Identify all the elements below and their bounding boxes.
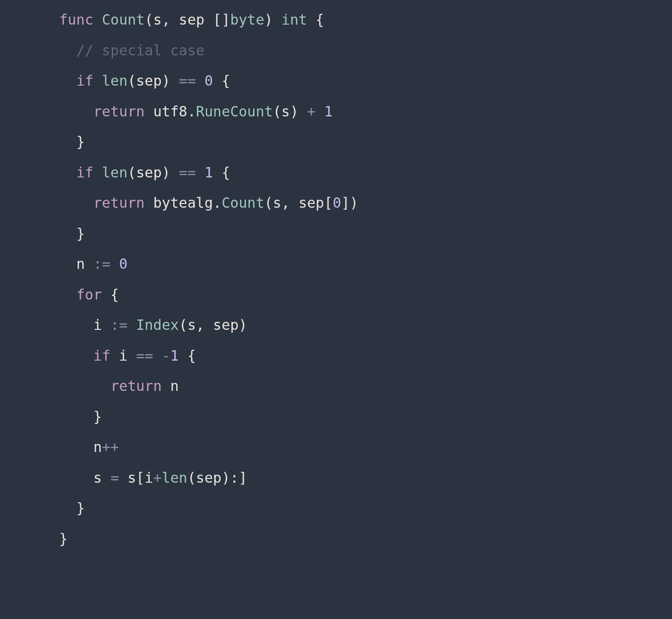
- token-ident: [93, 72, 102, 89]
- token-kw: if: [76, 164, 93, 181]
- token-punct: }: [76, 225, 85, 242]
- code-line: s = s[i+len(sep):]: [59, 469, 247, 486]
- code-line: n++: [59, 439, 119, 455]
- code-line: for {: [59, 286, 119, 303]
- token-punct: }: [59, 531, 68, 547]
- token-punct: (s): [273, 103, 307, 120]
- token-kw: return: [93, 103, 144, 120]
- token-op: ==: [136, 347, 153, 364]
- token-ident: n: [162, 378, 179, 394]
- token-ident: [196, 72, 204, 89]
- token-kw: if: [93, 347, 110, 364]
- token-comment: // special case: [76, 42, 204, 59]
- token-ident: s: [93, 469, 110, 486]
- token-op: -: [162, 347, 170, 364]
- token-op: ==: [179, 164, 196, 181]
- token-ident: [316, 103, 324, 120]
- token-ident: s[i: [119, 469, 153, 486]
- token-num: 1: [204, 164, 213, 181]
- token-ident: [93, 164, 102, 181]
- token-op: :=: [110, 317, 127, 333]
- token-ident: n: [76, 256, 93, 272]
- code-line: if len(sep) == 1 {: [59, 164, 230, 181]
- token-kw: if: [76, 72, 93, 89]
- token-punct: ]): [341, 195, 358, 211]
- token-punct: (sep): [128, 72, 179, 89]
- token-fn: RuneCount: [196, 103, 273, 120]
- token-punct: }: [76, 500, 85, 516]
- token-ident: [93, 11, 102, 28]
- code-line: i := Index(s, sep): [59, 317, 247, 333]
- code-line: }: [59, 408, 102, 425]
- token-ident: [110, 256, 119, 272]
- code-line: }: [59, 133, 85, 150]
- token-num: 0: [119, 256, 127, 272]
- token-op: ==: [179, 72, 196, 89]
- token-op: =: [110, 469, 119, 486]
- token-punct: (s, sep): [179, 317, 248, 333]
- token-num: 1: [324, 103, 333, 120]
- code-line: // special case: [59, 42, 204, 59]
- code-line: if i == -1 {: [59, 347, 196, 364]
- token-ident: [128, 317, 136, 333]
- token-op: +: [153, 469, 162, 486]
- token-ident: utf8.: [145, 103, 196, 120]
- token-fn: len: [162, 469, 187, 486]
- token-punct: {: [213, 164, 230, 181]
- token-ident: bytealg.: [145, 195, 222, 211]
- token-num: 0: [333, 195, 341, 211]
- code-line: return bytealg.Count(s, sep[0]): [59, 195, 358, 211]
- token-punct: }: [76, 133, 85, 150]
- token-punct: {: [179, 347, 196, 364]
- token-kw: func: [59, 11, 93, 28]
- token-kw: for: [76, 286, 102, 303]
- token-type: byte: [230, 11, 264, 28]
- token-punct: (sep):]: [187, 469, 247, 486]
- code-line: }: [59, 500, 85, 516]
- code-line: return utf8.RuneCount(s) + 1: [59, 103, 333, 120]
- code-content: func Count(s, sep []byte) int { // speci…: [59, 11, 358, 547]
- token-punct: {: [307, 11, 324, 28]
- token-punct: }: [93, 408, 102, 425]
- token-punct: (s, sep[: [265, 195, 333, 211]
- token-ident: [196, 164, 204, 181]
- code-line: n := 0: [59, 256, 128, 272]
- code-line: }: [59, 225, 85, 242]
- token-num: 1: [170, 347, 179, 364]
- token-fn: Index: [136, 317, 179, 333]
- token-punct: {: [102, 286, 119, 303]
- token-punct: (sep): [128, 164, 179, 181]
- token-fn: Count: [221, 195, 264, 211]
- code-line: }: [59, 531, 68, 547]
- token-punct: {: [213, 72, 230, 89]
- token-ident: i: [93, 317, 110, 333]
- token-punct: ): [265, 11, 282, 28]
- token-op: :=: [93, 256, 110, 272]
- token-ident: i: [110, 347, 136, 364]
- code-line: func Count(s, sep []byte) int {: [59, 11, 324, 28]
- token-op: +: [307, 103, 316, 120]
- token-type: int: [282, 11, 307, 28]
- token-fn: len: [102, 164, 127, 181]
- token-punct: (s, sep []: [145, 11, 230, 28]
- token-kw: return: [110, 378, 161, 394]
- code-line: return n: [59, 378, 179, 394]
- code-block: func Count(s, sep []byte) int { // speci…: [0, 5, 672, 554]
- token-ident: n: [93, 439, 102, 455]
- token-fn: Count: [102, 11, 144, 28]
- token-op: ++: [102, 439, 119, 455]
- token-num: 0: [204, 72, 213, 89]
- token-fn: len: [102, 72, 127, 89]
- token-kw: return: [93, 195, 144, 211]
- token-ident: [153, 347, 162, 364]
- code-line: if len(sep) == 0 {: [59, 72, 230, 89]
